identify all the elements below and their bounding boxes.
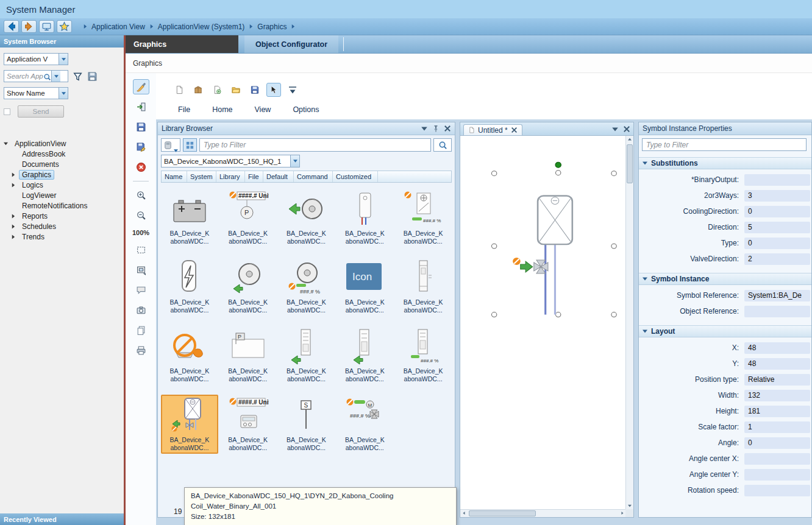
- library-filter-input[interactable]: [199, 138, 431, 152]
- library-item[interactable]: BA_Device_KabonaWDC...: [161, 326, 218, 385]
- library-item[interactable]: BA_Device_KabonaWDC...: [336, 188, 393, 247]
- property-value[interactable]: 2: [744, 253, 810, 265]
- library-item[interactable]: BA_Device_KabonaWDC...: [336, 326, 393, 385]
- property-value[interactable]: [744, 469, 810, 481]
- library-package-icon[interactable]: [191, 83, 205, 97]
- menu-options[interactable]: Options: [293, 105, 319, 114]
- favorites-button[interactable]: [57, 20, 72, 33]
- menu-file[interactable]: File: [178, 105, 190, 114]
- library-item[interactable]: BA_Device_KabonaWDC...: [278, 326, 335, 385]
- save-search-icon[interactable]: [87, 71, 98, 82]
- menu-view[interactable]: View: [255, 105, 271, 114]
- property-value[interactable]: [744, 485, 810, 496]
- close-icon[interactable]: [444, 125, 451, 132]
- fit-view-icon[interactable]: [133, 262, 149, 278]
- column-system[interactable]: System: [187, 171, 216, 182]
- library-item[interactable]: ####.# UnitBA_Device_KabonaWDC...: [219, 395, 277, 454]
- collapse-icon[interactable]: [4, 141, 12, 146]
- property-value[interactable]: 3: [744, 190, 810, 202]
- breadcrumb-item[interactable]: ApplicationView (System1): [158, 23, 245, 31]
- brush-icon[interactable]: [133, 79, 149, 94]
- save-as-icon[interactable]: [133, 139, 149, 155]
- breadcrumb-item[interactable]: Graphics: [257, 23, 287, 31]
- drawing-canvas[interactable]: [460, 135, 634, 518]
- snapshot-icon[interactable]: [133, 303, 149, 318]
- scroll-up-icon[interactable]: [626, 136, 633, 143]
- tree-root-applicationview[interactable]: ApplicationView: [0, 138, 124, 149]
- pointer-icon[interactable]: [266, 83, 281, 97]
- column-name[interactable]: Name: [162, 171, 187, 182]
- library-item[interactable]: BA_Device_KabonaWDC...: [161, 257, 218, 316]
- tab-object-configurator[interactable]: Object Configurator: [244, 35, 338, 53]
- canvas-symbol[interactable]: [460, 136, 625, 509]
- display-selector-dropdown[interactable]: Show Name: [4, 87, 68, 99]
- scroll-right-icon[interactable]: [619, 510, 625, 516]
- tree-item-reports[interactable]: Reports: [0, 211, 124, 221]
- tab-graphics[interactable]: Graphics: [126, 35, 238, 53]
- library-item[interactable]: ###.# %BA_Device_KabonaWDC...: [394, 188, 452, 247]
- tree-item-documents[interactable]: Documents: [0, 159, 124, 169]
- library-item[interactable]: IconBA_Device_KabonaWDC...: [336, 257, 393, 316]
- back-button[interactable]: [4, 20, 19, 33]
- tree-item-addressbook[interactable]: AddressBook: [0, 149, 124, 159]
- marquee-select-icon[interactable]: [133, 242, 149, 258]
- library-item[interactable]: SBA_Device_KabonaWDC...: [278, 395, 335, 454]
- library-item[interactable]: PBA_Device_KabonaWDC...: [219, 326, 277, 385]
- tree-item-trends[interactable]: Trends: [0, 231, 124, 242]
- print-icon[interactable]: [133, 343, 149, 358]
- search-icon[interactable]: [43, 72, 51, 80]
- zoom-out-icon[interactable]: [133, 208, 149, 223]
- library-item[interactable]: M###.# %BA_Device_KabonaWDC...: [336, 395, 393, 454]
- column-file[interactable]: File: [245, 171, 263, 182]
- chevron-down-icon[interactable]: [290, 155, 299, 167]
- library-search-button[interactable]: [433, 138, 452, 152]
- library-item[interactable]: BA_Device_KabonaWDC...: [394, 257, 452, 316]
- properties-filter-input[interactable]: [642, 138, 807, 151]
- section-header-substitutions[interactable]: Substitutions: [639, 157, 811, 169]
- workspace-button[interactable]: [39, 20, 54, 33]
- expand-icon[interactable]: [11, 234, 19, 239]
- send-button[interactable]: Send: [18, 105, 64, 118]
- scrollbar-thumb[interactable]: [627, 144, 633, 183]
- property-value[interactable]: 132: [744, 390, 810, 401]
- library-item[interactable]: BA_Device_KabonaWDC...: [219, 257, 277, 316]
- library-source-button[interactable]: [161, 138, 180, 152]
- forward-button[interactable]: [21, 20, 37, 33]
- expand-icon[interactable]: [11, 182, 19, 188]
- search-combo[interactable]: [4, 70, 68, 82]
- library-select-dropdown[interactable]: BA_Device_KabonaWDC_150_HQ_1: [161, 155, 300, 167]
- library-item[interactable]: BA_Device_KabonaWDC...: [161, 188, 218, 247]
- expand-icon[interactable]: [11, 224, 19, 229]
- scroll-down-icon[interactable]: [626, 502, 633, 509]
- canvas-tab-untitled[interactable]: Untitled *: [463, 124, 522, 136]
- section-header-symbol-instance[interactable]: Symbol Instance: [639, 273, 811, 285]
- chevron-down-icon[interactable]: [59, 54, 68, 65]
- property-value[interactable]: 0: [744, 238, 810, 249]
- section-header-layout[interactable]: Layout: [639, 325, 811, 337]
- copy-icon[interactable]: [133, 323, 149, 338]
- property-value[interactable]: System1:BA_De: [744, 290, 810, 301]
- panel-menu-icon[interactable]: [421, 125, 428, 132]
- property-value[interactable]: 48: [744, 358, 810, 370]
- breadcrumb-item[interactable]: Application View: [91, 23, 145, 31]
- close-icon[interactable]: [511, 127, 518, 133]
- search-input[interactable]: [4, 71, 43, 82]
- property-value[interactable]: [744, 174, 810, 186]
- property-value[interactable]: Relative: [744, 374, 810, 386]
- chevron-down-icon[interactable]: [51, 71, 60, 82]
- menu-home[interactable]: Home: [212, 105, 232, 114]
- grid-view-button[interactable]: [183, 138, 197, 152]
- toolbar-options-icon[interactable]: [285, 83, 300, 97]
- chevron-down-icon[interactable]: [59, 88, 68, 99]
- library-item[interactable]: BA_Device_KabonaWDC...: [161, 395, 218, 454]
- export-icon[interactable]: [133, 99, 149, 115]
- property-value[interactable]: 5: [744, 222, 810, 233]
- property-value[interactable]: [744, 306, 810, 317]
- scroll-left-icon[interactable]: [460, 510, 467, 516]
- column-customized[interactable]: Customized: [333, 171, 378, 182]
- open-folder-icon[interactable]: [229, 83, 243, 97]
- save-icon[interactable]: [248, 83, 262, 97]
- column-command[interactable]: Command: [294, 171, 333, 182]
- property-value[interactable]: 0: [744, 437, 810, 449]
- tree-item-logics[interactable]: Logics: [0, 180, 124, 190]
